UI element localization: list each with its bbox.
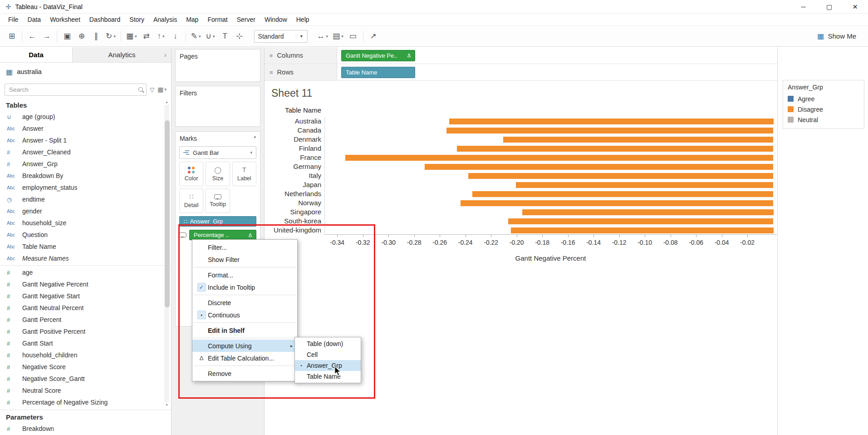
sort-descending-button[interactable]: ↓ [168, 29, 183, 44]
pages-shelf[interactable]: Pages [175, 49, 260, 82]
row-label-denmark[interactable]: Denmark [274, 135, 321, 144]
menu-item-edit-in-shelf[interactable]: Edit in Shelf [192, 324, 297, 336]
pill-answer-grp[interactable]: ∷Answer_Grp [179, 216, 256, 227]
menu-item-table-down[interactable]: Table (down) [295, 338, 361, 349]
menu-item-discrete[interactable]: Discrete [192, 297, 297, 309]
field-gender[interactable]: Abcgender [0, 205, 171, 217]
show-me-button[interactable]: ▦ Show Me [817, 32, 863, 40]
field-measure-names[interactable]: AbcMeasure Names [0, 252, 171, 264]
rows-shelf[interactable]: ≡ Rows Table Name [265, 64, 777, 81]
scrollbar-thumb[interactable] [165, 120, 170, 307]
maximize-button[interactable]: ▢ [816, 0, 842, 13]
field-answer[interactable]: AbcAnswer [0, 123, 171, 134]
row-field-header[interactable]: Table Name [274, 106, 321, 114]
row-label-germany[interactable]: Germany [274, 162, 321, 171]
field-answer-grp[interactable]: #Answer_Grp [0, 158, 171, 170]
scrollbar-track[interactable] [164, 105, 169, 402]
gantt-bar-italy[interactable] [468, 173, 773, 179]
mark-type-select[interactable]: Gantt Bar ▾ [179, 146, 256, 159]
menu-item-remove[interactable]: Remove [192, 367, 297, 380]
highlight-button[interactable]: ✎▾ [189, 29, 203, 44]
fix-axes-button[interactable]: ⊹ [232, 29, 247, 44]
show-hide-cards-button[interactable]: ▤▾ [330, 29, 346, 44]
menu-item-cell[interactable]: Cell [295, 349, 361, 360]
field-percentage-of-negative-sizing[interactable]: #Percentage of Negative Sizing [0, 396, 171, 408]
swap-rows-columns-button[interactable]: ⇄ [139, 29, 154, 44]
undo-button[interactable]: ← [25, 29, 39, 44]
pause-updates-button[interactable]: ∥ [89, 29, 103, 44]
redo-button[interactable]: → [39, 29, 54, 44]
gantt-bar-finland[interactable] [457, 146, 774, 152]
row-label-australia[interactable]: Australia [274, 117, 321, 126]
show-mark-labels-button[interactable]: T [218, 29, 232, 44]
gantt-bar-germany[interactable] [425, 164, 773, 170]
menu-item-format[interactable]: Format... [192, 269, 297, 281]
view-options-icon[interactable]: ▦▾ [157, 86, 167, 93]
legend-item-disagree[interactable]: Disagree [783, 104, 864, 114]
row-label-italy[interactable]: Italy [274, 171, 321, 180]
menu-server[interactable]: Server [232, 16, 260, 23]
menu-item-edit-table-calculation[interactable]: ΔEdit Table Calculation... [192, 352, 297, 364]
detail-button[interactable]: ∷Detail [179, 188, 203, 213]
menu-item-compute-using[interactable]: Compute Using▸ [192, 340, 297, 352]
scroll-up-icon[interactable]: ▲ [164, 99, 170, 105]
menu-window[interactable]: Window [260, 16, 292, 23]
new-worksheet-button[interactable]: ▦▾ [124, 29, 139, 44]
gantt-bar-south-korea[interactable] [508, 218, 774, 224]
field-household-children[interactable]: #household_children [0, 349, 171, 361]
tooltip-button[interactable]: Tooltip [206, 188, 230, 213]
field-gantt-negative-percent[interactable]: #Gantt Negative Percent [0, 278, 171, 290]
gantt-bar-australia[interactable] [449, 119, 774, 124]
field-breakdown-by[interactable]: AbcBreakdown By [0, 170, 171, 182]
presentation-mode-button[interactable]: ▭ [346, 29, 360, 44]
view-mode-select[interactable]: Standard ▼ [254, 30, 308, 43]
filters-shelf[interactable]: Filters [175, 86, 260, 127]
fit-button[interactable]: ↔▾ [315, 29, 331, 44]
field-gantt-start[interactable]: #Gantt Start [0, 337, 171, 349]
gantt-bar-canada[interactable] [446, 128, 773, 133]
filter-funnel-icon[interactable]: ▽ [150, 86, 154, 93]
field-table-name[interactable]: AbcTable Name [0, 241, 171, 252]
row-label-south-korea[interactable]: South-korea [274, 217, 321, 226]
menu-story[interactable]: Story [125, 16, 149, 23]
pill-gantt-negative-pe[interactable]: Gantt Negative Pe..Δ [341, 50, 415, 61]
row-label-united-kingdom[interactable]: United-kingdom [274, 226, 321, 235]
menu-item-filter[interactable]: Filter... [192, 241, 297, 253]
menu-item-table-name[interactable]: Table Name [295, 371, 361, 382]
field-answer-cleaned[interactable]: #Answer_Cleaned [0, 146, 171, 158]
field-gantt-neutral-percent[interactable]: #Gantt Neutral Percent [0, 302, 171, 314]
search-input[interactable] [8, 86, 138, 94]
save-button[interactable]: ▣ [60, 29, 74, 44]
menu-worksheet[interactable]: Worksheet [45, 16, 85, 23]
field-neutral-score[interactable]: #Neutral Score [0, 385, 171, 396]
menu-dashboard[interactable]: Dashboard [85, 16, 125, 23]
row-label-finland[interactable]: Finland [274, 144, 321, 153]
color-button[interactable]: Color [179, 162, 203, 186]
field-gantt-negative-start[interactable]: #Gantt Negative Start [0, 290, 171, 302]
field-breakdown[interactable]: #Breakdown [0, 423, 171, 435]
menu-help[interactable]: Help [292, 16, 314, 23]
legend-item-neutral[interactable]: Neutral [783, 114, 864, 125]
gantt-bar-singapore[interactable] [522, 209, 774, 215]
row-label-canada[interactable]: Canada [274, 126, 321, 135]
menu-item-continuous[interactable]: ●Continuous [192, 309, 297, 321]
field-endtime[interactable]: ◷endtime [0, 193, 171, 205]
field-negative-score[interactable]: #Negative Score [0, 361, 171, 373]
field-age[interactable]: #age [0, 267, 171, 278]
field-question[interactable]: AbcQuestion [0, 229, 171, 241]
share-button[interactable]: ↗ [366, 29, 381, 44]
field-employment-status[interactable]: Abcemployment_status [0, 182, 171, 193]
sort-ascending-button[interactable]: ↑▾ [154, 29, 168, 44]
datasource-row[interactable]: ▦ australia [0, 63, 171, 81]
x-axis[interactable]: -0.34-0.32-0.30-0.28-0.26-0.24-0.22-0.20… [324, 235, 777, 253]
row-label-france[interactable]: France [274, 153, 321, 162]
columns-shelf[interactable]: ≡ Columns Gantt Negative Pe..Δ [265, 47, 777, 64]
minimize-button[interactable]: ─ [790, 0, 816, 13]
menu-item-show-filter[interactable]: Show Filter [192, 253, 297, 266]
gantt-bar-france[interactable] [345, 155, 773, 161]
menu-file[interactable]: File [4, 16, 23, 23]
gantt-bar-japan[interactable] [516, 182, 774, 188]
add-data-button[interactable]: ⊕ [74, 29, 89, 44]
label-button[interactable]: TLabel [232, 162, 256, 186]
pill-percentage[interactable]: Percentage ..Δ [189, 230, 256, 240]
